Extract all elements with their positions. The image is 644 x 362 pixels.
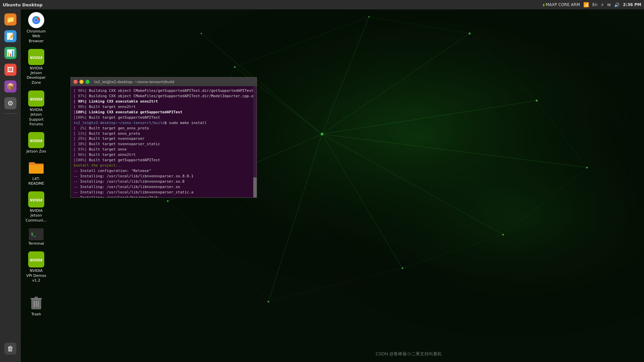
l4t-folder-icon bbox=[28, 161, 44, 174]
taskbar-item-image[interactable]: 🖼 bbox=[1, 62, 20, 78]
clock: 2:36 PM bbox=[623, 2, 641, 7]
term-line-13: [ 96%] Built target onnx2trt bbox=[73, 152, 254, 158]
svg-text:NVIDIA: NVIDIA bbox=[30, 139, 42, 143]
taskbar-item-trash[interactable]: 🗑 bbox=[1, 341, 20, 357]
term-line-10: [ 25%] Built target nvonnxparser bbox=[73, 136, 254, 141]
lang-label[interactable]: En bbox=[592, 2, 597, 7]
l4t-readme-label: L4T-README bbox=[28, 177, 44, 186]
term-line-16: -- Installing: /usr/local/lib/libnvonnxp… bbox=[73, 174, 254, 179]
term-line-1: [ 96%] Building CXX object CMakeFiles/ge… bbox=[73, 88, 254, 94]
svg-point-31 bbox=[368, 16, 370, 17]
svg-text:NVIDIA: NVIDIA bbox=[30, 258, 42, 262]
jetson-support-label: NVIDIAJetsonSupportForums bbox=[29, 108, 43, 127]
taskbar-item-files[interactable]: 📁 bbox=[1, 12, 20, 27]
terminal-path: tx2_lei@tx2-desktop: ~/onnx-tensorrt/bui… bbox=[94, 80, 174, 84]
term-line-12: [ 93%] Built target onnx bbox=[73, 147, 254, 152]
taskbar-item-editor[interactable]: 📝 bbox=[1, 29, 20, 44]
svg-point-25 bbox=[586, 167, 588, 169]
desktop-icon-vpi-demos[interactable]: NVIDIA NVIDIAVPI Demosv1.2 bbox=[24, 251, 48, 283]
desktop-icon-chromium[interactable]: ChromiumWeb Browser bbox=[24, 12, 48, 44]
svg-point-27 bbox=[402, 267, 404, 269]
svg-point-24 bbox=[536, 100, 538, 102]
volume-icon[interactable]: 🔊 bbox=[614, 2, 620, 7]
term-line-6: [100%] Built target getSupportedAPITest bbox=[73, 115, 254, 120]
bluetooth-icon[interactable]: ⚡ bbox=[601, 2, 604, 7]
taskbar-item-archive[interactable]: 📦 bbox=[1, 79, 20, 95]
panel-title: Ubuntu Desktop bbox=[3, 2, 43, 7]
svg-point-29 bbox=[167, 200, 169, 202]
nvidia-comms-icon: NVIDIA bbox=[30, 193, 42, 205]
term-line-19: -- Installing: /usr/local/lib/libnvonnxp… bbox=[73, 190, 254, 195]
desktop-icon-l4t-readme[interactable]: L4T-README bbox=[24, 160, 48, 186]
mail-icon[interactable]: ✉ bbox=[607, 2, 611, 7]
svg-point-30 bbox=[268, 301, 269, 303]
term-line-8: [ 2%] Built target gen_onnx_proto bbox=[73, 126, 254, 131]
terminal-close-btn[interactable] bbox=[73, 80, 77, 84]
svg-text:NVIDIA: NVIDIA bbox=[30, 98, 42, 101]
term-line-install: Install the project... bbox=[73, 163, 254, 168]
terminal-scrollthumb[interactable] bbox=[253, 177, 257, 197]
term-line-18: -- Installing: /usr/local/lib/libnvonnxp… bbox=[73, 184, 254, 190]
term-line-5: [100%] Linking CXX executable getSupport… bbox=[73, 110, 254, 115]
desktop-icon-trash[interactable]: Trash bbox=[24, 295, 48, 317]
jetson-zoo-label: Jetson Zoo bbox=[26, 149, 46, 154]
maxp-label: MAXP CORE ARM bbox=[546, 2, 580, 7]
desktop-icon-jetson-dev[interactable]: NVIDIA NVIDIAJetsonDeveloperZone bbox=[24, 49, 48, 85]
taskbar-item-settings[interactable]: ⚙ bbox=[1, 96, 20, 111]
desktop-icon-jetson-support[interactable]: NVIDIA NVIDIAJetsonSupportForums bbox=[24, 90, 48, 127]
chromium-label: ChromiumWeb Browser bbox=[24, 29, 48, 44]
terminal-minimize-btn[interactable] bbox=[79, 80, 84, 84]
jetson-dev-label: NVIDIAJetsonDeveloperZone bbox=[27, 66, 46, 85]
top-panel: Ubuntu Desktop ▮ MAXP CORE ARM 📶 En ⚡ ✉ … bbox=[0, 0, 644, 9]
desktop: CSDN @鲁棒最小二乘支持向量机 Ubuntu Desktop ▮ MAXP … bbox=[0, 0, 644, 362]
term-line-20: -- Installing: /usr/local/bin/onnx2trt bbox=[73, 195, 254, 197]
term-line-15: -- Install configuration: "Release" bbox=[73, 168, 254, 174]
vpi-demos-icon: NVIDIA bbox=[30, 253, 42, 265]
svg-text:NVIDIA: NVIDIA bbox=[30, 56, 42, 60]
jetson-zoo-icon: NVIDIA bbox=[30, 134, 42, 146]
svg-point-28 bbox=[234, 66, 236, 68]
svg-text:NVIDIA: NVIDIA bbox=[30, 198, 42, 202]
svg-rect-60 bbox=[35, 297, 38, 298]
trash-desktop-label: Trash bbox=[31, 312, 41, 317]
term-line-14: [100%] Built target getSupportedAPITest bbox=[73, 158, 254, 163]
taskbar: 📁 📝 📊 🖼 📦 ⚙ 🗑 bbox=[0, 9, 21, 362]
panel-right: ▮ MAXP CORE ARM 📶 En ⚡ ✉ 🔊 2:36 PM bbox=[543, 2, 641, 7]
chromium-svg-icon bbox=[30, 14, 42, 26]
term-line-3: [ 98%] Linking CXX executable onnx2trt bbox=[73, 99, 254, 104]
desktop-icon-terminal[interactable]: $_ Terminal bbox=[24, 228, 48, 246]
term-line-2: [ 97%] Building CXX object CMakeFiles/ge… bbox=[73, 94, 254, 99]
panel-left: Ubuntu Desktop bbox=[3, 2, 43, 7]
svg-point-45 bbox=[35, 19, 38, 21]
terminal-window[interactable]: tx2_lei@tx2-desktop: ~/onnx-tensorrt/bui… bbox=[70, 77, 257, 198]
terminal-body: [ 96%] Building CXX object CMakeFiles/ge… bbox=[71, 86, 257, 197]
term-line-17: -- Installing: /usr/local/lib/libnvonnxp… bbox=[73, 179, 254, 184]
nvidia-comms-label: NVIDIAJetsonCommuni... bbox=[25, 208, 47, 223]
nvidia-jetson-support-icon: NVIDIA bbox=[30, 93, 42, 105]
nvidia-icon: ▮ bbox=[543, 3, 545, 7]
term-line-11: [ 38%] Built target nvonnxparser_static bbox=[73, 141, 254, 147]
nvidia-jetson-dev-icon: NVIDIA bbox=[30, 51, 42, 63]
terminal-scrollbar[interactable] bbox=[253, 86, 257, 197]
trash-desktop-icon bbox=[30, 296, 42, 310]
desktop-icon-nvidia-comms[interactable]: NVIDIA NVIDIAJetsonCommuni... bbox=[24, 191, 48, 223]
svg-text:CSDN @鲁棒最小二乘支持向量机: CSDN @鲁棒最小二乘支持向量机 bbox=[376, 351, 442, 356]
term-line-9: [ 11%] Built target onnx_proto bbox=[73, 131, 254, 136]
svg-point-26 bbox=[502, 234, 504, 236]
terminal-titlebar: tx2_lei@tx2-desktop: ~/onnx-tensorrt/bui… bbox=[71, 77, 257, 86]
terminal-maximize-btn[interactable] bbox=[86, 80, 90, 84]
nvidia-indicator[interactable]: ▮ MAXP CORE ARM bbox=[543, 2, 580, 7]
taskbar-item-spreadsheet[interactable]: 📊 bbox=[1, 46, 20, 61]
desktop-icon-jetson-zoo[interactable]: NVIDIA Jetson Zoo bbox=[24, 132, 48, 154]
terminal-label: Terminal bbox=[29, 241, 44, 246]
term-line-4: [ 98%] Built target onnx2trt bbox=[73, 104, 254, 110]
wifi-icon[interactable]: 📶 bbox=[583, 2, 589, 7]
term-line-7: tx2_lei@tx2-desktop:~/onnx-tensorrt/buil… bbox=[73, 120, 254, 126]
taskbar-separator bbox=[4, 113, 17, 114]
terminal-icon: $_ bbox=[29, 228, 44, 240]
desktop-icons-area: ChromiumWeb Browser NVIDIA NVIDIAJetsonD… bbox=[24, 12, 48, 317]
vpi-demos-label: NVIDIAVPI Demosv1.2 bbox=[26, 268, 46, 283]
svg-text:$_: $_ bbox=[31, 232, 36, 237]
